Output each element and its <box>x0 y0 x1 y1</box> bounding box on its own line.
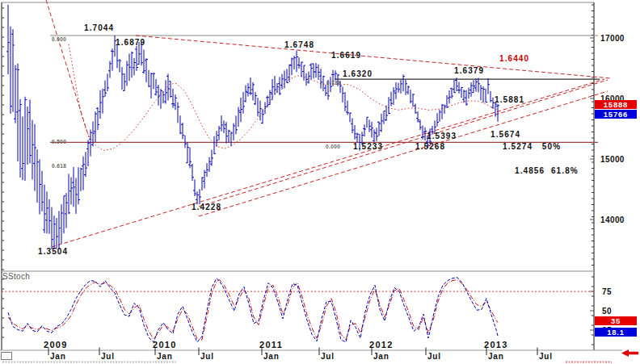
stoch-k-line <box>8 278 498 342</box>
trendline <box>199 80 608 207</box>
trendline <box>52 79 604 247</box>
trendline <box>136 36 611 78</box>
trendline <box>46 0 89 137</box>
scroll-left-arrow-icon[interactable] <box>621 349 638 357</box>
technical-analysis-chart[interactable]: SStoch 1.70441.68791.67481.66191.63791.6… <box>0 0 640 364</box>
chart-canvas <box>0 0 640 364</box>
scrollbar-box[interactable] <box>2 353 12 360</box>
stoch-d-line <box>8 280 498 340</box>
